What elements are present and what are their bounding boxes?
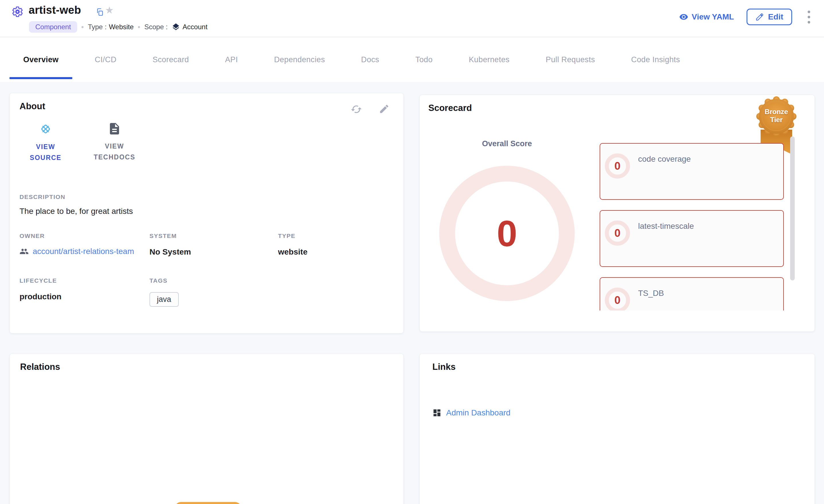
type-field-value: website <box>278 247 308 257</box>
about-title: About <box>19 101 45 112</box>
tags-list: java <box>149 284 179 307</box>
check-score-value: 0 <box>614 294 620 306</box>
scorecard-check-row[interactable]: 0 latest-timescale <box>600 210 784 267</box>
tab-docs[interactable]: Docs <box>347 37 393 82</box>
eye-icon <box>679 12 688 21</box>
copy-name-icon[interactable] <box>96 8 104 17</box>
check-name: latest-timescale <box>638 222 694 231</box>
about-card: About VIEW SOURCE VIEW TECHDOCS DESCRIPT… <box>9 93 404 334</box>
kind-badge: Component <box>29 21 77 33</box>
check-name: TS_DB <box>638 289 664 298</box>
overall-score-label: Overall Score <box>439 139 575 148</box>
scorecard-title: Scorecard <box>428 103 472 113</box>
entity-tabbar: OverviewCI/CDScorecardAPIDependenciesDoc… <box>0 37 824 82</box>
links-card: Links Admin Dashboard <box>419 354 815 504</box>
check-score-ring: 0 <box>605 153 630 178</box>
overall-score-donut: 0 <box>439 166 575 301</box>
scorecard-check-row[interactable]: 0 code coverage <box>600 143 784 200</box>
favorite-star-icon[interactable]: ★ <box>105 5 114 15</box>
tier-badge-text: Bronze Tier <box>762 108 791 124</box>
separator-dot: • <box>81 23 84 31</box>
catalog-entity-page: { "header": { "title": "artist-web", "ki… <box>0 0 824 504</box>
more-options-kebab-icon[interactable] <box>805 9 813 25</box>
entity-title: artist-web <box>29 4 81 16</box>
people-icon <box>19 247 29 256</box>
tab-kubernetes[interactable]: Kubernetes <box>455 37 523 82</box>
tab-api[interactable]: API <box>211 37 251 82</box>
scorecard-check-row[interactable]: 0 TS_DB <box>600 277 784 310</box>
page-header: artist-web ★ Component • Type : Website … <box>0 0 824 37</box>
component-gear-icon <box>11 6 23 19</box>
type-field-label: TYPE <box>278 233 308 239</box>
scope-value: Account <box>183 23 207 31</box>
relation-graph-node[interactable] <box>175 502 241 504</box>
separator-dot: • <box>138 23 140 31</box>
view-techdocs-action[interactable]: VIEW TECHDOCS <box>90 122 139 163</box>
external-link[interactable]: Admin Dashboard <box>446 408 510 417</box>
description-label: DESCRIPTION <box>19 194 66 201</box>
check-score-value: 0 <box>614 160 620 172</box>
scorecard-scrollbar-thumb[interactable] <box>790 136 795 280</box>
view-yaml-button[interactable]: View YAML <box>679 12 734 21</box>
overall-score-value: 0 <box>497 213 517 255</box>
tag-chip[interactable]: java <box>149 292 179 307</box>
system-label: SYSTEM <box>149 233 191 239</box>
header-actions: View YAML Edit <box>679 9 813 25</box>
scorecard-checks-list: 0 code coverage 0 latest-timescale 0 TS_… <box>600 143 784 310</box>
check-score-value: 0 <box>614 227 620 239</box>
refresh-icon[interactable] <box>350 104 362 116</box>
tab-dependencies[interactable]: Dependencies <box>260 37 338 82</box>
relations-title: Relations <box>20 362 60 372</box>
system-value: No System <box>149 247 191 257</box>
lifecycle-label: LIFECYCLE <box>19 277 62 284</box>
type-label: Type : <box>88 23 106 31</box>
pencil-icon <box>755 13 764 21</box>
entity-meta-row: Component • Type : Website • Scope : Acc… <box>29 21 207 33</box>
type-value: Website <box>109 23 134 31</box>
source-diamond-icon <box>38 122 53 136</box>
tab-overview[interactable]: Overview <box>9 37 72 82</box>
edit-button[interactable]: Edit <box>746 9 792 25</box>
description-value: The place to be, for great artists <box>19 207 133 216</box>
check-score-ring: 0 <box>605 221 630 246</box>
tab-ci-cd[interactable]: CI/CD <box>81 37 130 82</box>
tab-todo[interactable]: Todo <box>402 37 446 82</box>
view-source-action[interactable]: VIEW SOURCE <box>21 122 70 163</box>
check-score-ring: 0 <box>605 287 630 310</box>
links-title: Links <box>432 362 455 372</box>
document-icon <box>108 122 121 136</box>
dashboard-icon <box>432 408 441 417</box>
relations-card: Relations <box>9 354 404 504</box>
owner-label: OWNER <box>19 233 140 239</box>
owner-link[interactable]: account/artist-relations-team <box>33 246 134 257</box>
lifecycle-value: production <box>19 292 62 301</box>
tab-pull-requests[interactable]: Pull Requests <box>532 37 609 82</box>
about-actions: VIEW SOURCE VIEW TECHDOCS <box>21 122 139 163</box>
scope-label: Scope : <box>144 23 168 31</box>
tab-scorecard[interactable]: Scorecard <box>139 37 203 82</box>
tags-label: TAGS <box>149 277 179 284</box>
edit-about-pencil-icon[interactable] <box>379 104 390 116</box>
tab-code-insights[interactable]: Code Insights <box>617 37 694 82</box>
check-name: code coverage <box>638 154 691 164</box>
scorecard-card: Scorecard <box>419 95 815 332</box>
external-link-row: Admin Dashboard <box>432 408 510 417</box>
layers-icon <box>172 23 180 31</box>
